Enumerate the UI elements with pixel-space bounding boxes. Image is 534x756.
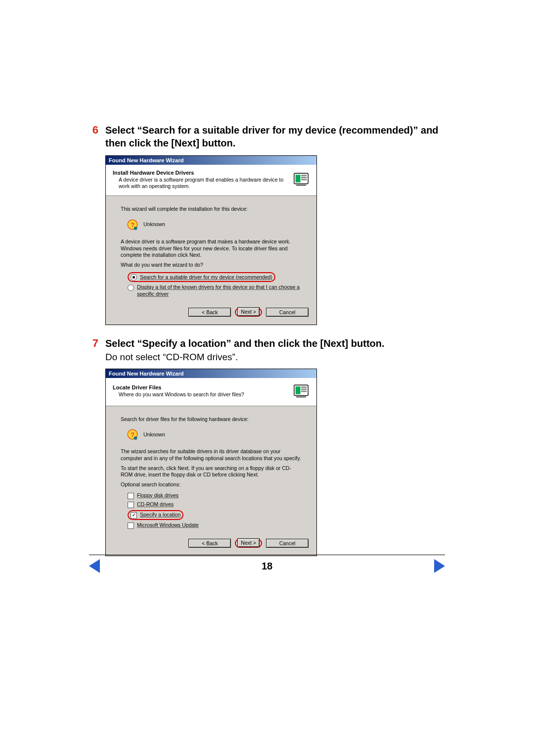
page-footer: 18 (0, 555, 534, 573)
device-name: Unknown (143, 221, 165, 228)
next-page-arrow-icon[interactable] (434, 559, 445, 573)
dialog-header: Locate Driver Files Where do you want Wi… (106, 378, 316, 406)
checkbox-label: Microsoft Windows Update (137, 522, 199, 529)
dialog-header: Install Hardware Device Drivers A device… (106, 165, 316, 196)
dialog-titlebar: Found New Hardware Wizard (106, 156, 316, 165)
dialog-description-2: To start the search, click Next. If you … (121, 465, 302, 478)
dialog-header-title: Locate Driver Files (113, 384, 289, 390)
prev-page-arrow-icon[interactable] (89, 559, 100, 573)
checkbox-windows-update[interactable]: Microsoft Windows Update (121, 521, 302, 530)
checkbox-label: Specify a location (140, 512, 180, 519)
radio-label: Display a list of the known drivers for … (137, 284, 302, 297)
step-title: Select “Specify a location” and then cli… (105, 337, 457, 350)
radio-label: Search for a suitable driver for my devi… (140, 274, 272, 281)
step-number: 6 (77, 124, 105, 149)
checkbox-icon (128, 502, 134, 508)
wizard-dialog-locate-files: Found New Hardware Wizard Locate Driver … (105, 369, 317, 556)
checkbox-specify-location[interactable]: Specify a location (121, 509, 302, 521)
checkbox-label: Floppy disk drives (137, 492, 178, 499)
checkbox-cdrom[interactable]: CD-ROM drives (121, 500, 302, 509)
step-6: 6 Select “Search for a suitable driver f… (77, 124, 457, 149)
dialog-header-title: Install Hardware Device Drivers (113, 170, 289, 176)
cancel-button[interactable]: Cancel (266, 539, 309, 548)
dialog-titlebar: Found New Hardware Wizard (106, 369, 316, 378)
dialog-header-subtitle: Where do you want Windows to search for … (113, 391, 289, 398)
dialog-intro-text: Search for driver files for the followin… (121, 416, 302, 423)
dialog-description: A device driver is a software program th… (121, 238, 302, 259)
dialog-question: What do you want the wizard to do? (121, 262, 302, 269)
device-name: Unknown (143, 431, 165, 438)
wizard-icon (293, 171, 310, 188)
back-button[interactable]: < Back (188, 308, 231, 317)
checkbox-icon (128, 522, 134, 529)
wizard-dialog-install-drivers: Found New Hardware Wizard Install Hardwa… (105, 155, 317, 325)
next-button[interactable]: Next > (237, 307, 260, 316)
dialog-header-subtitle: A device driver is a software program th… (113, 177, 289, 189)
step-title: Select “Search for a suitable driver for… (105, 124, 457, 149)
unknown-device-icon (127, 428, 138, 440)
page-content: 6 Select “Search for a suitable driver f… (0, 0, 534, 556)
checkbox-icon (131, 512, 137, 519)
radio-option-search[interactable]: Search for a suitable driver for my devi… (121, 271, 302, 283)
step-note: Do not select “CD-ROM drives”. (105, 352, 457, 363)
cancel-button[interactable]: Cancel (266, 308, 309, 317)
options-heading: Optional search locations: (121, 481, 302, 488)
checkbox-icon (128, 493, 134, 499)
dialog-intro-text: This wizard will complete the installati… (121, 206, 302, 213)
radio-icon (128, 284, 134, 291)
radio-icon (131, 274, 137, 281)
dialog-description-1: The wizard searches for suitable drivers… (121, 448, 302, 462)
checkbox-floppy[interactable]: Floppy disk drives (121, 491, 302, 500)
step-number: 7 (77, 337, 105, 363)
back-button[interactable]: < Back (188, 539, 231, 548)
step-7: 7 Select “Specify a location” and then c… (77, 337, 457, 363)
checkbox-label: CD-ROM drives (137, 501, 174, 508)
wizard-icon (293, 383, 310, 400)
unknown-device-icon (127, 219, 138, 231)
page-number: 18 (262, 561, 272, 572)
radio-option-display-list[interactable]: Display a list of the known drivers for … (121, 283, 302, 298)
next-button[interactable]: Next > (237, 538, 260, 547)
